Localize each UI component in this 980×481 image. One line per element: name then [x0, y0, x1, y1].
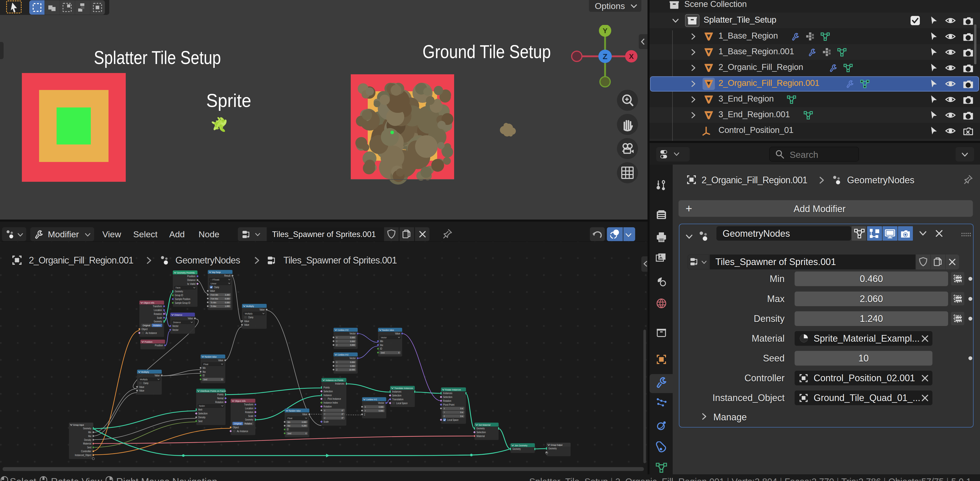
- svg-text:Geometry: Geometry: [245, 418, 253, 421]
- svg-text:0.000: 0.000: [350, 336, 355, 339]
- svg-text:Transform: Transform: [153, 305, 162, 308]
- svg-text:From Min: From Min: [211, 294, 218, 296]
- svg-text:Scale: Scale: [248, 415, 253, 418]
- svg-text:Min: Min: [203, 367, 206, 370]
- svg-text:Z: Z: [603, 52, 608, 61]
- svg-text:0 m: 0 m: [460, 407, 463, 410]
- svg-text:Max: Max: [203, 370, 206, 373]
- svg-text:Vector: Vector: [350, 332, 356, 335]
- svg-text:Linear: Linear: [211, 282, 216, 285]
- svg-text:Z: Z: [364, 413, 365, 416]
- svg-text:Mesh: Mesh: [198, 408, 202, 411]
- svg-text:Map Range: Map Range: [212, 271, 221, 273]
- svg-text:Original: Original: [143, 324, 150, 327]
- svg-text:Normal: Normal: [217, 397, 223, 400]
- svg-text:To Min: To Min: [211, 301, 216, 304]
- svg-text:Geometry: Geometry: [154, 320, 162, 323]
- svg-text:Z: Z: [444, 415, 445, 418]
- svg-text:ID: ID: [203, 374, 205, 377]
- svg-text:Selection: Selection: [477, 431, 486, 434]
- svg-text:0: 0: [305, 432, 307, 435]
- svg-text:Density: Density: [198, 416, 205, 419]
- svg-text:Vector: Vector: [350, 357, 356, 360]
- svg-text:Min: Min: [88, 431, 91, 434]
- svg-text:Sample Position: Sample Position: [175, 298, 190, 300]
- svg-text:Rotate Instances: Rotate Instances: [445, 388, 461, 391]
- svg-text:Value: Value: [395, 332, 400, 335]
- svg-text:Value: Value: [188, 317, 193, 320]
- svg-text:0.200: 0.200: [302, 424, 307, 427]
- svg-text:Is Valid: Is Valid: [187, 283, 196, 285]
- svg-text:0°: 0°: [342, 409, 344, 412]
- svg-text:Y: Y: [444, 411, 445, 414]
- svg-text:Material: Material: [83, 442, 91, 445]
- svg-text:Rotation: Rotation: [154, 313, 162, 316]
- svg-text:Seed: Seed: [87, 446, 91, 449]
- svg-text:Random: Random: [199, 405, 205, 407]
- svg-text:Instances: Instances: [443, 392, 452, 395]
- svg-text:Translation: Translation: [392, 398, 404, 401]
- svg-text:Z: Z: [336, 368, 337, 371]
- svg-text:0.000: 0.000: [302, 421, 307, 424]
- svg-text:0.000: 0.000: [350, 344, 355, 346]
- svg-text:Vector: Vector: [172, 329, 179, 332]
- svg-text:Pivot Point: Pivot Point: [443, 403, 454, 406]
- svg-text:Value: Value: [139, 389, 144, 392]
- svg-text:Value: Value: [302, 413, 307, 416]
- svg-text:0 m: 0 m: [460, 415, 463, 418]
- svg-text:Pick Instance: Pick Instance: [328, 397, 341, 400]
- svg-text:Local Space: Local Space: [447, 419, 458, 421]
- svg-text:Seed: Seed: [288, 432, 291, 435]
- svg-text:Y: Y: [365, 410, 366, 412]
- svg-text:0°: 0°: [342, 413, 344, 416]
- svg-text:Y: Y: [336, 340, 337, 343]
- svg-text:0.000: 0.000: [379, 406, 383, 408]
- svg-text:Original: Original: [234, 422, 242, 425]
- svg-text:Selection: Selection: [198, 412, 207, 415]
- svg-text:Object: Object: [233, 426, 239, 429]
- svg-text:Instance on Points: Instance on Points: [326, 379, 343, 381]
- svg-text:Faces: Faces: [176, 286, 181, 289]
- svg-text:Max: Max: [88, 435, 91, 438]
- svg-text:Object Info: Object Info: [235, 400, 246, 402]
- svg-text:Relative: Relative: [245, 422, 252, 425]
- svg-text:Distance: Distance: [173, 321, 181, 324]
- svg-text:To Max: To Max: [211, 305, 216, 308]
- svg-text:Random Value: Random Value: [289, 409, 301, 412]
- svg-text:As Instance: As Instance: [146, 332, 157, 335]
- svg-text:0.000: 0.000: [350, 365, 355, 367]
- svg-text:X: X: [324, 409, 325, 412]
- svg-text:Random Value: Random Value: [382, 329, 394, 332]
- svg-text:Y: Y: [324, 413, 325, 416]
- svg-text:Vector: Vector: [172, 325, 179, 327]
- svg-text:Combine XYZ: Combine XYZ: [338, 329, 348, 332]
- svg-text:Value: Value: [139, 386, 144, 389]
- svg-text:Vector: Vector: [381, 336, 387, 339]
- svg-text:Geometry Proximity: Geometry Proximity: [177, 271, 195, 274]
- svg-text:Distribute Points on Faces: Distribute Points on Faces: [200, 389, 226, 392]
- svg-text:Selection: Selection: [443, 396, 452, 398]
- svg-text:Location: Location: [245, 407, 253, 410]
- svg-text:Group Input: Group Input: [73, 424, 84, 426]
- svg-text:Seed: Seed: [198, 420, 202, 423]
- svg-text:Relative: Relative: [153, 324, 161, 327]
- svg-text:- Float: - Float: [211, 278, 220, 281]
- svg-text:Clamp: Clamp: [143, 382, 148, 384]
- svg-text:0: 0: [398, 351, 399, 354]
- svg-text:Value: Value: [154, 374, 160, 377]
- svg-text:Geometry: Geometry: [512, 448, 521, 451]
- svg-text:X: X: [336, 361, 337, 364]
- svg-text:Position: Position: [145, 340, 153, 343]
- svg-text:Clamp: Clamp: [214, 286, 219, 289]
- svg-text:Points: Points: [323, 386, 330, 389]
- svg-text:Translate Instances: Translate Instances: [394, 387, 413, 389]
- svg-text:Instances: Instances: [335, 382, 344, 385]
- svg-text:Rotation: Rotation: [245, 411, 253, 414]
- svg-text:Geometry: Geometry: [175, 290, 183, 293]
- svg-text:Value: Value: [218, 359, 223, 362]
- svg-text:Selection: Selection: [392, 394, 401, 397]
- svg-text:Value: Value: [259, 308, 265, 311]
- svg-text:Selection: Selection: [323, 390, 333, 393]
- svg-text:Z: Z: [324, 417, 325, 419]
- svg-text:0.000: 0.000: [350, 340, 355, 343]
